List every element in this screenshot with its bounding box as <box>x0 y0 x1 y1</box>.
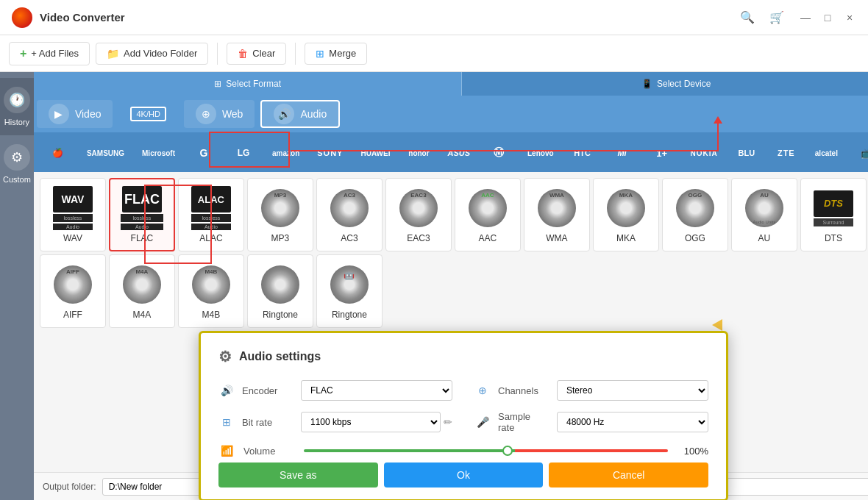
format-m4a[interactable]: M4A M4A <box>109 254 175 328</box>
format-alac[interactable]: ALAC lossless Audio ALAC <box>178 178 244 251</box>
encoder-label: Encoder <box>242 385 294 396</box>
device-oneplus[interactable]: 1+ <box>644 145 680 162</box>
dialog-title-text: Audio settings <box>239 350 321 363</box>
encoder-select[interactable]: FLAC <box>301 380 452 401</box>
device-alcatel[interactable]: alcatel <box>808 146 845 160</box>
select-format-label: Select Format <box>226 79 281 89</box>
maximize-button[interactable]: □ <box>821 11 834 24</box>
eac3-disc: EAC3 <box>399 189 438 227</box>
ringtone-apple-label: Ringtone <box>263 310 298 320</box>
device-zte[interactable]: ZTE <box>768 146 805 160</box>
ringtone-apple-disc <box>261 265 299 304</box>
merge-button[interactable]: ⊞ Merge <box>305 43 367 65</box>
minimize-button[interactable]: — <box>799 11 812 24</box>
sidebar-item-custom[interactable]: ⚙ Custom <box>0 135 34 193</box>
close-button[interactable]: × <box>843 11 856 24</box>
app-logo <box>12 7 32 28</box>
merge-icon: ⊞ <box>316 48 324 60</box>
volume-icon: 📶 <box>218 445 235 457</box>
mka-label: MKA <box>616 233 636 243</box>
wav-audio: Audio <box>53 224 93 230</box>
device-tv[interactable]: 📺 <box>848 145 868 162</box>
cancel-button[interactable]: Cancel <box>549 463 708 488</box>
format-m4b[interactable]: M4B M4B <box>178 254 244 328</box>
format-eac3[interactable]: EAC3 EAC3 <box>385 178 452 251</box>
window-controls: — □ × <box>799 11 856 24</box>
fourk-format-btn[interactable]: 4K/HD <box>118 100 177 128</box>
web-label: Web <box>222 108 243 120</box>
format-aac[interactable]: AAC AAC <box>455 178 521 251</box>
select-format-tab[interactable]: ⊞ Select Format <box>34 72 463 96</box>
edit-icon[interactable]: ✏ <box>444 416 452 428</box>
audio-label: Audio <box>300 108 327 120</box>
au-disc: AU Audio Units <box>745 189 783 227</box>
encoder-select-wrapper: FLAC <box>301 380 452 401</box>
volume-slider-wrapper[interactable] <box>304 445 668 457</box>
device-samsung[interactable]: SAMSUNG <box>79 146 132 160</box>
device-asus[interactable]: ASUS <box>440 146 477 160</box>
toolbar: + + Add Files 📁 Add Video Folder 🗑 Clear… <box>0 35 868 72</box>
format-wma[interactable]: WMA WMA <box>524 178 590 251</box>
format-wav[interactable]: WAV lossless Audio WAV <box>40 178 106 251</box>
clear-label: Clear <box>252 48 275 59</box>
wma-icon-box: WMA <box>535 186 579 230</box>
dts-icon-box: DTS Surround <box>811 186 855 230</box>
video-format-btn[interactable]: ▶ Video <box>37 100 113 128</box>
yellow-arrow <box>712 319 722 331</box>
select-device-tab[interactable]: 📱 Select Device <box>462 72 868 96</box>
samplerate-select[interactable]: 48000 Hz <box>557 412 708 432</box>
save-as-button[interactable]: Save as <box>218 463 378 488</box>
device-amazon[interactable]: amazon <box>265 146 307 160</box>
encoder-row: 🔊 Encoder FLAC <box>218 380 452 401</box>
ogg-label: OGG <box>685 233 705 243</box>
add-video-folder-button[interactable]: 📁 Add Video Folder <box>96 43 208 65</box>
device-apple[interactable]: 🍎 <box>40 145 77 161</box>
format-ogg[interactable]: OGG OGG <box>662 178 728 251</box>
device-mi[interactable]: MI <box>604 146 641 160</box>
device-google[interactable]: G <box>185 144 222 162</box>
clear-button[interactable]: 🗑 Clear <box>227 43 286 65</box>
mp3-label: MP3 <box>271 233 290 243</box>
channels-select[interactable]: Stereo <box>557 380 708 401</box>
mp3-icon-box: MP3 <box>258 186 302 230</box>
m4a-label: M4A <box>133 310 152 320</box>
device-huawei[interactable]: HUAWEI <box>353 146 397 160</box>
cart-icon[interactable]: 🛒 <box>769 10 784 24</box>
m4a-disc: M4A <box>123 265 161 304</box>
device-honor[interactable]: honor <box>400 146 437 160</box>
format-aiff[interactable]: AIFF AIFF <box>40 254 106 328</box>
bitrate-select[interactable]: 1100 kbps <box>301 412 441 432</box>
volume-thumb[interactable] <box>502 446 513 456</box>
ac3-icon-box: AC3 <box>327 186 371 230</box>
device-htc[interactable]: HTC <box>564 146 601 160</box>
device-blu[interactable]: BLU <box>728 146 765 160</box>
audio-format-btn[interactable]: 🔊 Audio <box>260 100 340 128</box>
sidebar-item-history[interactable]: 🕐 History <box>0 78 34 135</box>
history-icon: 🕐 <box>4 87 30 113</box>
format-ac3[interactable]: AC3 AC3 <box>316 178 383 251</box>
search-icon[interactable]: 🔍 <box>740 10 755 24</box>
web-format-btn[interactable]: ⊕ Web <box>184 100 255 128</box>
add-files-button[interactable]: + + Add Files <box>9 42 90 65</box>
annotation-line-v <box>717 120 719 151</box>
wav-icon-box: WAV lossless Audio <box>51 186 95 230</box>
device-lenovo[interactable]: Lenovo <box>520 146 561 160</box>
format-mp3[interactable]: MP3 MP3 <box>247 178 313 251</box>
device-nokia[interactable]: NOKIA <box>683 146 725 160</box>
format-au[interactable]: AU Audio Units AU <box>731 178 797 251</box>
samplerate-icon: 🎤 <box>474 414 491 430</box>
format-dts[interactable]: DTS Surround DTS <box>800 178 867 251</box>
device-microsoft[interactable]: Microsoft <box>135 146 182 160</box>
format-ringtone-android[interactable]: 🤖 Ringtone <box>316 254 383 328</box>
format-ringtone-apple[interactable]: Ringtone <box>247 254 313 328</box>
format-tabs: ⊞ Select Format 📱 Select Device <box>34 72 868 96</box>
ok-button[interactable]: Ok <box>384 463 544 488</box>
device-sony[interactable]: SONY <box>310 146 350 160</box>
format-mka[interactable]: MKA MKA <box>593 178 659 251</box>
eac3-label: EAC3 <box>407 233 430 243</box>
device-lg[interactable]: LG <box>225 145 262 161</box>
device-motorola[interactable]: Ⓜ <box>480 143 517 162</box>
device-tab-icon: 📱 <box>641 79 652 89</box>
format-flac[interactable]: FLAC lossless Audio FLAC <box>109 178 175 251</box>
aiff-icon-box: AIFF <box>51 262 95 307</box>
